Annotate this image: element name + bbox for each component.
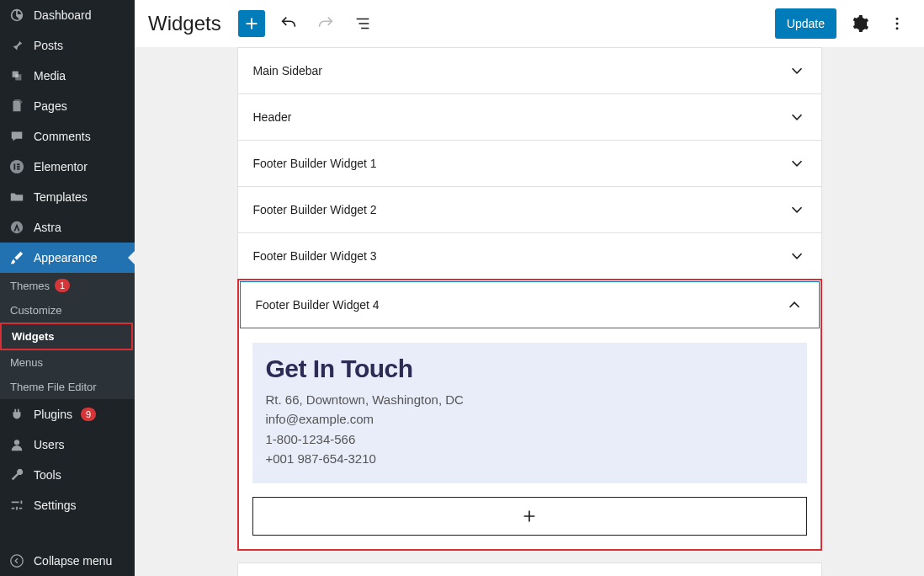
panel-main-sidebar: Main Sidebar bbox=[237, 47, 822, 94]
submenu-label: Customize bbox=[10, 304, 61, 317]
svg-point-7 bbox=[11, 555, 23, 567]
svg-rect-2 bbox=[17, 163, 20, 165]
more-options-button[interactable] bbox=[884, 10, 911, 37]
svg-rect-3 bbox=[17, 166, 20, 168]
appearance-submenu: Themes 1 Customize Widgets Menus Theme F… bbox=[0, 273, 135, 399]
panel-title: Header bbox=[253, 110, 292, 124]
widget-text-line: +001 987-654-3210 bbox=[266, 449, 794, 468]
settings-button[interactable] bbox=[847, 10, 874, 37]
elementor-icon bbox=[8, 158, 25, 175]
svg-point-6 bbox=[14, 440, 19, 445]
sidebar-item-plugins[interactable]: Plugins 9 bbox=[0, 399, 135, 429]
svg-point-8 bbox=[896, 17, 899, 19]
sidebar-item-astra[interactable]: Astra bbox=[0, 212, 135, 243]
content-area: Main Sidebar Header Footer Builder Widge… bbox=[135, 47, 924, 576]
chevron-down-icon bbox=[788, 108, 806, 126]
sidebar-label: Posts bbox=[34, 39, 63, 52]
submenu-label: Widgets bbox=[12, 330, 54, 343]
submenu-item-widgets[interactable]: Widgets bbox=[0, 323, 133, 350]
list-view-button[interactable] bbox=[349, 10, 376, 37]
svg-rect-1 bbox=[13, 163, 15, 169]
panel-inactive-widgets: Inactive widgets bbox=[237, 563, 822, 576]
sidebar-label: Pages bbox=[34, 99, 67, 113]
sidebar-label: Tools bbox=[34, 468, 61, 482]
chevron-down-icon bbox=[788, 61, 806, 80]
sidebar-item-tools[interactable]: Tools bbox=[0, 460, 135, 490]
chevron-up-icon bbox=[785, 296, 804, 314]
svg-point-9 bbox=[896, 22, 899, 24]
user-icon bbox=[8, 436, 25, 453]
panel-header[interactable]: Footer Builder Widget 2 bbox=[238, 187, 821, 232]
submenu-label: Theme File Editor bbox=[10, 381, 97, 393]
collapse-label: Collapse menu bbox=[34, 554, 112, 568]
pages-icon bbox=[8, 98, 25, 115]
panel-header[interactable]: Footer Builder Widget 4 bbox=[240, 281, 820, 328]
sidebar-item-users[interactable]: Users bbox=[0, 429, 135, 460]
submenu-item-customize[interactable]: Customize bbox=[0, 298, 135, 323]
sidebar-label: Comments bbox=[34, 130, 91, 143]
widget-heading: Get In Touch bbox=[266, 355, 794, 383]
panel-title: Main Sidebar bbox=[253, 64, 323, 77]
main-area: Widgets Update Main Sidebar bbox=[135, 0, 924, 576]
sidebar-label: Users bbox=[34, 438, 65, 451]
add-block-button[interactable] bbox=[238, 10, 265, 37]
sidebar-item-appearance[interactable]: Appearance bbox=[0, 243, 135, 273]
media-icon bbox=[8, 67, 25, 84]
page-title: Widgets bbox=[148, 12, 221, 35]
add-block-inline-button[interactable] bbox=[252, 497, 807, 536]
wrench-icon bbox=[8, 467, 25, 483]
panel-footer-1: Footer Builder Widget 1 bbox=[237, 140, 822, 187]
panel-title: Footer Builder Widget 1 bbox=[253, 157, 377, 170]
sidebar-item-posts[interactable]: Posts bbox=[0, 30, 135, 61]
submenu-item-menus[interactable]: Menus bbox=[0, 350, 135, 375]
svg-point-10 bbox=[896, 27, 899, 29]
settings-sliders-icon bbox=[8, 497, 25, 514]
sidebar-label: Dashboard bbox=[34, 8, 92, 22]
widget-areas-list: Main Sidebar Header Footer Builder Widge… bbox=[237, 47, 822, 576]
sidebar-item-comments[interactable]: Comments bbox=[0, 121, 135, 152]
chevron-down-icon bbox=[788, 200, 806, 219]
collapse-menu[interactable]: Collapse menu bbox=[0, 546, 135, 576]
comments-icon bbox=[8, 128, 25, 145]
admin-sidebar: Dashboard Posts Media Pages Comments Ele… bbox=[0, 0, 135, 576]
sidebar-label: Media bbox=[34, 69, 66, 83]
plug-icon bbox=[8, 406, 25, 423]
widget-text-line: Rt. 66, Downtown, Washington, DC bbox=[266, 390, 794, 409]
panel-header[interactable]: Main Sidebar bbox=[238, 48, 821, 93]
redo-button[interactable] bbox=[312, 10, 339, 37]
sidebar-label: Astra bbox=[34, 221, 61, 234]
panel-title: Footer Builder Widget 3 bbox=[253, 249, 377, 263]
submenu-label: Themes bbox=[10, 280, 50, 292]
panel-body: Get In Touch Rt. 66, Downtown, Washingto… bbox=[239, 329, 820, 549]
pin-icon bbox=[8, 37, 25, 54]
folder-icon bbox=[8, 189, 25, 205]
panel-title: Footer Builder Widget 4 bbox=[256, 298, 380, 312]
widget-block[interactable]: Get In Touch Rt. 66, Downtown, Washingto… bbox=[252, 343, 807, 483]
update-button[interactable]: Update bbox=[775, 8, 836, 39]
undo-button[interactable] bbox=[275, 10, 302, 37]
dashboard-icon bbox=[8, 7, 25, 24]
sidebar-label: Elementor bbox=[34, 160, 88, 173]
brush-icon bbox=[8, 249, 25, 266]
panel-footer-2: Footer Builder Widget 2 bbox=[237, 186, 822, 233]
editor-toolbar: Widgets Update bbox=[135, 0, 924, 47]
panel-header-area: Header bbox=[237, 93, 822, 141]
sidebar-label: Templates bbox=[34, 190, 88, 204]
chevron-down-icon bbox=[788, 154, 806, 173]
sidebar-item-media[interactable]: Media bbox=[0, 61, 135, 91]
panel-header[interactable]: Inactive widgets bbox=[238, 563, 821, 576]
panel-header[interactable]: Header bbox=[238, 94, 821, 140]
submenu-item-themes[interactable]: Themes 1 bbox=[0, 273, 135, 298]
submenu-item-theme-file-editor[interactable]: Theme File Editor bbox=[0, 375, 135, 399]
panel-header[interactable]: Footer Builder Widget 1 bbox=[238, 141, 821, 186]
panel-header[interactable]: Footer Builder Widget 3 bbox=[238, 233, 821, 279]
panel-title: Footer Builder Widget 2 bbox=[253, 203, 377, 216]
sidebar-item-templates[interactable]: Templates bbox=[0, 182, 135, 212]
sidebar-item-elementor[interactable]: Elementor bbox=[0, 152, 135, 182]
sidebar-item-settings[interactable]: Settings bbox=[0, 490, 135, 520]
panel-footer-4: Footer Builder Widget 4 Get In Touch Rt.… bbox=[237, 279, 822, 551]
svg-rect-4 bbox=[17, 168, 20, 170]
sidebar-item-pages[interactable]: Pages bbox=[0, 91, 135, 121]
sidebar-item-dashboard[interactable]: Dashboard bbox=[0, 0, 135, 30]
submenu-label: Menus bbox=[10, 356, 43, 369]
